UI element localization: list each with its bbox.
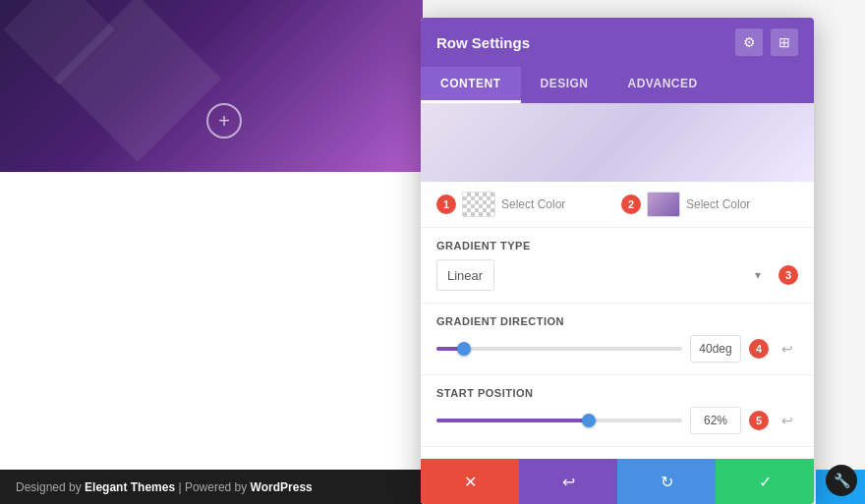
- gradient-type-select[interactable]: Linear Radial: [436, 259, 494, 291]
- gradient-type-row: Gradient Type Linear Radial 3: [421, 228, 814, 304]
- panel-header-icons: ⚙ ⊞: [735, 28, 798, 56]
- gradient-direction-value: 40deg: [690, 335, 741, 363]
- start-position-track[interactable]: [436, 419, 682, 422]
- redo-icon: ↻: [661, 473, 673, 491]
- color-stop-2-label: Select Color: [686, 197, 798, 211]
- columns-icon-button[interactable]: ⊞: [771, 28, 798, 56]
- cancel-button[interactable]: ✕: [421, 459, 519, 504]
- save-button[interactable]: ✓: [716, 459, 814, 504]
- panel-footer: ✕ ↩ ↻ ✓: [421, 459, 814, 504]
- panel-title: Row Settings: [436, 34, 530, 51]
- cancel-icon: ✕: [464, 473, 477, 491]
- panel-content: 1 Select Color 2 Select Color Gradient T…: [421, 182, 814, 459]
- page-header: [0, 0, 423, 172]
- footer-designed-by: Designed by: [16, 480, 82, 494]
- columns-icon: ⊞: [778, 34, 790, 50]
- color-stop-2-picker[interactable]: 2 Select Color: [621, 192, 798, 217]
- gradient-direction-thumb[interactable]: [457, 342, 471, 356]
- row-settings-panel: Row Settings ⚙ ⊞ Content Design Advanced: [421, 18, 814, 504]
- color-stop-2-badge: 2: [621, 195, 641, 214]
- add-section-button[interactable]: +: [206, 103, 242, 139]
- wrench-icon: 🔧: [834, 473, 850, 488]
- start-position-row: Start Position 62% 5 ↩: [421, 375, 814, 447]
- start-position-slider-wrapper: [436, 419, 682, 422]
- panel-header: Row Settings ⚙ ⊞: [421, 18, 814, 67]
- gradient-direction-control: 40deg 4 ↩: [436, 335, 798, 363]
- start-position-label: Start Position: [436, 387, 798, 399]
- gradient-preview: [421, 103, 814, 182]
- floating-settings-badge[interactable]: 🔧: [826, 465, 857, 496]
- gradient-direction-label: Gradient Direction: [436, 315, 798, 327]
- gradient-direction-track[interactable]: [436, 347, 682, 351]
- color-stop-1-picker[interactable]: 1 Select Color: [436, 192, 613, 217]
- redo-button[interactable]: ↻: [617, 459, 716, 504]
- gradient-direction-slider-wrapper: [436, 347, 682, 351]
- settings-icon: ⚙: [743, 34, 756, 50]
- tab-content[interactable]: Content: [421, 67, 521, 103]
- start-position-fill: [436, 419, 589, 422]
- gradient-direction-reset[interactable]: ↩: [777, 338, 798, 360]
- undo-icon: ↩: [562, 473, 575, 491]
- footer-powered-by: | Powered by: [178, 480, 247, 494]
- start-position-reset[interactable]: ↩: [777, 410, 798, 431]
- color-stop-2-swatch[interactable]: [647, 192, 680, 217]
- start-position-number-badge: 5: [749, 411, 769, 430]
- color-stops-row: 1 Select Color 2 Select Color: [421, 182, 814, 228]
- end-position-row: End Position 91% 6 ↩: [421, 447, 814, 459]
- color-stop-1-label: Select Color: [501, 197, 613, 211]
- tab-advanced[interactable]: Advanced: [608, 67, 718, 103]
- color-stop-1-swatch[interactable]: [462, 192, 495, 217]
- plus-icon: +: [218, 110, 230, 133]
- gradient-direction-number-badge: 4: [749, 339, 769, 359]
- undo-button[interactable]: ↩: [519, 459, 617, 504]
- gradient-type-label: Gradient Type: [436, 240, 798, 252]
- gradient-type-dropdown-wrapper: Linear Radial: [436, 259, 771, 291]
- gradient-type-number-badge: 3: [778, 265, 798, 285]
- color-stop-1-badge: 1: [436, 195, 456, 214]
- start-position-thumb[interactable]: [582, 414, 596, 427]
- save-icon: ✓: [759, 473, 772, 491]
- panel-tabs: Content Design Advanced: [421, 67, 814, 103]
- footer-theme-name: Elegant Themes: [85, 480, 175, 494]
- page-footer: Designed by Elegant Themes | Powered by …: [0, 470, 423, 504]
- start-position-value: 62%: [690, 407, 741, 434]
- page-content-area: [0, 172, 423, 470]
- gradient-type-control: Linear Radial 3: [436, 259, 798, 291]
- gradient-direction-row: Gradient Direction 40deg 4 ↩: [421, 304, 814, 375]
- footer-platform: WordPress: [251, 480, 313, 494]
- tab-design[interactable]: Design: [521, 67, 608, 103]
- settings-icon-button[interactable]: ⚙: [735, 28, 763, 56]
- start-position-control: 62% 5 ↩: [436, 407, 798, 434]
